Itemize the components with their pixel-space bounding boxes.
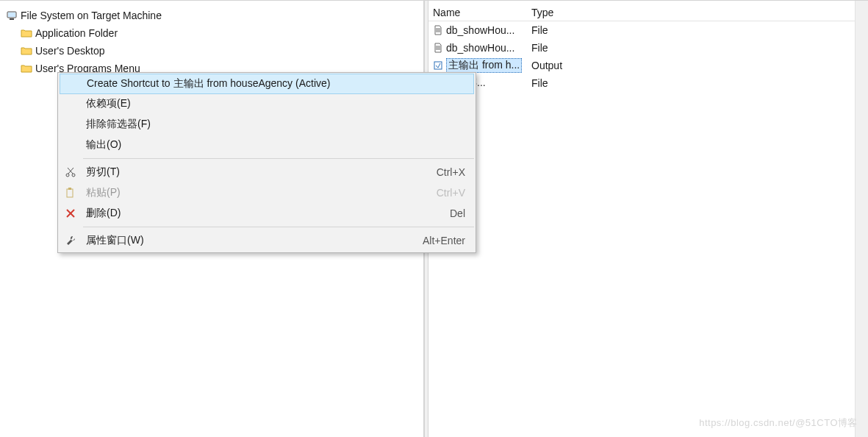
menu-item-exclude-filter[interactable]: 排除筛选器(F) bbox=[58, 114, 476, 135]
file-icon bbox=[433, 43, 443, 53]
cut-icon bbox=[64, 166, 77, 179]
menu-separator bbox=[83, 158, 474, 159]
list-item-type: File bbox=[528, 42, 548, 54]
svg-line-15 bbox=[68, 168, 73, 174]
tree-item-users-desktop[interactable]: User's Desktop bbox=[4, 42, 423, 60]
list-item[interactable]: db_showHou... File bbox=[428, 39, 868, 57]
folder-tree: File System on Target Machine Applicatio… bbox=[0, 7, 423, 77]
tree-item-label: User's Desktop bbox=[35, 45, 104, 57]
menu-item-shortcut: Del bbox=[450, 207, 465, 219]
tree-item-application-folder[interactable]: Application Folder bbox=[4, 24, 423, 42]
menu-item-outputs[interactable]: 输出(O) bbox=[58, 135, 476, 155]
menu-item-label: 输出(O) bbox=[86, 138, 465, 152]
folder-icon bbox=[21, 45, 32, 57]
file-icon bbox=[433, 25, 443, 35]
menu-item-shortcut: Alt+Enter bbox=[423, 235, 465, 246]
computer-icon bbox=[6, 10, 18, 21]
list-body: db_showHou... File db_showHou... File 主输… bbox=[428, 21, 868, 92]
svg-point-14 bbox=[72, 174, 75, 177]
menu-item-delete[interactable]: 删除(D) Del bbox=[58, 203, 476, 224]
folder-icon bbox=[21, 63, 32, 74]
delete-icon bbox=[64, 207, 77, 220]
menu-item-label: Create Shortcut to 主输出 from houseAgency … bbox=[87, 77, 463, 90]
list-item-type: File bbox=[528, 77, 548, 89]
svg-rect-1 bbox=[10, 18, 14, 20]
vertical-scrollbar[interactable] bbox=[855, 1, 868, 437]
menu-item-shortcut: Ctrl+X bbox=[437, 166, 465, 178]
menu-separator bbox=[83, 227, 474, 227]
list-item-name: 主输出 from h... bbox=[446, 58, 522, 73]
folder-icon bbox=[21, 27, 32, 39]
context-menu: Create Shortcut to 主输出 from houseAgency … bbox=[57, 72, 476, 253]
svg-point-13 bbox=[66, 174, 69, 177]
menu-item-shortcut: Ctrl+V bbox=[437, 187, 465, 199]
svg-rect-17 bbox=[67, 189, 73, 197]
svg-rect-2 bbox=[8, 13, 15, 17]
list-item-name: db_showHou... bbox=[446, 42, 514, 54]
list-item[interactable]: 主输出 from h... Output bbox=[428, 57, 868, 74]
svg-rect-18 bbox=[68, 188, 71, 190]
menu-item-create-shortcut[interactable]: Create Shortcut to 主输出 from houseAgency … bbox=[60, 74, 474, 94]
tree-root-label: File System on Target Machine bbox=[21, 10, 162, 21]
menu-item-label: 依赖项(E) bbox=[86, 97, 465, 110]
menu-item-label: 删除(D) bbox=[86, 207, 450, 220]
menu-item-label: 粘贴(P) bbox=[86, 186, 437, 199]
menu-item-cut[interactable]: 剪切(T) Ctrl+X bbox=[58, 162, 476, 182]
wrench-icon bbox=[64, 234, 77, 247]
menu-item-properties-window[interactable]: 属性窗口(W) Alt+Enter bbox=[58, 230, 476, 251]
menu-item-dependencies[interactable]: 依赖项(E) bbox=[58, 93, 476, 114]
output-icon bbox=[433, 60, 443, 71]
list-item[interactable]: db_showHou... File bbox=[428, 21, 868, 39]
svg-line-16 bbox=[68, 168, 73, 174]
menu-item-label: 属性窗口(W) bbox=[86, 234, 423, 247]
list-header: Name Type bbox=[428, 4, 868, 21]
menu-item-label: 剪切(T) bbox=[86, 166, 437, 179]
list-item-type: File bbox=[528, 24, 548, 36]
paste-icon bbox=[64, 186, 77, 199]
list-pane: Name Type db_showHou... File db_showHou.… bbox=[428, 1, 868, 437]
menu-item-paste: 粘贴(P) Ctrl+V bbox=[58, 182, 476, 203]
column-header-name[interactable]: Name bbox=[428, 7, 528, 18]
tree-root[interactable]: File System on Target Machine bbox=[4, 7, 423, 24]
list-item[interactable]: 程的存... File bbox=[428, 74, 868, 92]
tree-item-label: Application Folder bbox=[35, 27, 118, 39]
menu-item-label: 排除筛选器(F) bbox=[86, 118, 465, 131]
list-item-name: db_showHou... bbox=[446, 24, 514, 36]
column-header-type[interactable]: Type bbox=[528, 7, 553, 18]
list-item-type: Output bbox=[528, 60, 562, 71]
